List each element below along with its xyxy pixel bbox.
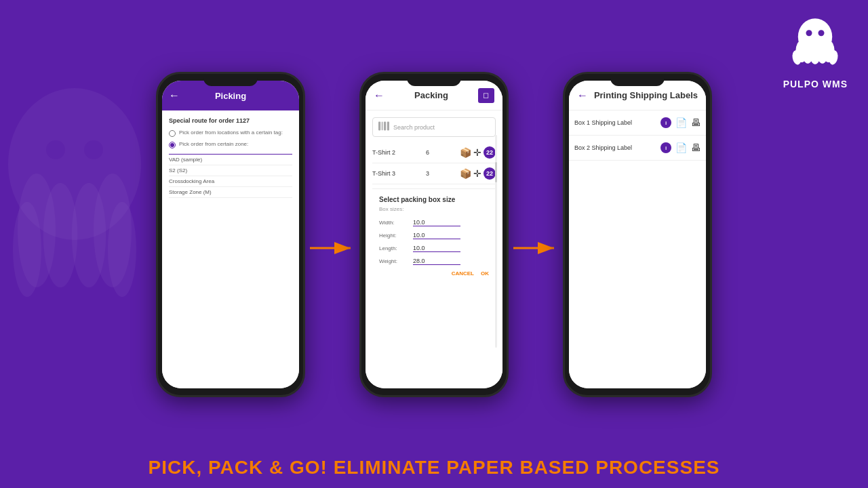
label-width: Width: xyxy=(379,220,408,226)
file-icon-2[interactable]: 📄 xyxy=(675,142,687,153)
option2-label: Pick order from certain zone: xyxy=(179,141,248,147)
product-actions-2: 📦 ✛ 22 xyxy=(460,167,496,180)
logo-text: PULPO WMS xyxy=(783,79,848,89)
main-content: PULPO WMS ← Picking Special route for or… xyxy=(0,0,868,488)
printing-body: Box 1 Shipping Label i 📄 🖶 Box 2 Shippin… xyxy=(569,110,706,388)
printing-title: Printing Shipping Labels xyxy=(594,90,698,100)
modal-title: Select packing box size xyxy=(379,196,489,203)
back-arrow-icon[interactable]: ← xyxy=(169,89,180,102)
label-icons-1: i 📄 🖶 xyxy=(660,117,701,128)
zone-item-1: VAD (sample) xyxy=(169,155,292,165)
input-width[interactable] xyxy=(413,219,460,226)
zone-item-4: Storage Zone (M) xyxy=(169,187,292,198)
svg-point-15 xyxy=(806,30,812,36)
print-icon-2[interactable]: 🖶 xyxy=(691,142,701,153)
label-height: Height: xyxy=(379,232,408,239)
cancel-button[interactable]: CANCEL xyxy=(452,270,474,277)
back-arrow-packing-icon[interactable]: ← xyxy=(374,89,384,102)
phone-printing: ← Printing Shipping Labels Box 1 Shippin… xyxy=(563,72,712,397)
product-qty-1: 6 xyxy=(426,149,429,156)
scrollbar-thumb xyxy=(495,162,497,182)
print-icon-1[interactable]: 🖶 xyxy=(691,117,701,128)
info-icon-2[interactable]: i xyxy=(660,142,671,153)
field-height: Height: xyxy=(379,232,489,239)
special-route-label: Special route for order 1127 xyxy=(169,117,292,124)
phone-screen-packing: ← Packing ◻ xyxy=(366,81,502,388)
zone-item-3: Crossdocking Area xyxy=(169,176,292,187)
option1-radio[interactable] xyxy=(169,130,176,137)
field-width: Width: xyxy=(379,219,489,226)
picking-zones: VAD (sample) S2 (S2) Crossdocking Area S… xyxy=(169,154,292,198)
box-icon-1[interactable]: 📦 xyxy=(460,147,471,158)
product-qty-2: 3 xyxy=(426,170,429,177)
search-bar[interactable]: Search product xyxy=(372,117,496,137)
product-row-2: T-Shirt 3 3 📦 ✛ 22 xyxy=(372,163,496,184)
ok-button[interactable]: OK xyxy=(481,270,489,277)
picking-option-2: Pick order from certain zone: xyxy=(169,141,292,148)
label-row-1: Box 1 Shipping Label i 📄 🖶 xyxy=(569,110,706,136)
qty-badge-2[interactable]: 22 xyxy=(484,167,496,180)
input-length[interactable] xyxy=(413,245,460,252)
input-weight[interactable] xyxy=(413,258,460,265)
phone-notch-2 xyxy=(407,74,461,86)
phone-notch-1 xyxy=(203,74,258,86)
info-icon-1[interactable]: i xyxy=(660,117,671,128)
modal-subtitle: Box sizes: xyxy=(379,206,489,212)
pulpo-logo-icon xyxy=(785,14,846,75)
arrow-1 xyxy=(305,228,359,268)
arrow-2-svg xyxy=(512,235,559,262)
file-icon-1[interactable]: 📄 xyxy=(675,117,687,128)
qty-badge-1[interactable]: 22 xyxy=(484,146,496,159)
input-height[interactable] xyxy=(413,232,460,239)
product-row-1: T-Shirt 2 6 📦 ✛ 22 xyxy=(372,142,496,163)
product-name-2: T-Shirt 3 xyxy=(372,170,395,177)
logo-area: PULPO WMS xyxy=(783,14,848,89)
label-text-2: Box 2 Shipping Label xyxy=(574,144,632,151)
picking-body: Special route for order 1127 Pick order … xyxy=(162,110,299,388)
zone-item-2: S2 (S2) xyxy=(169,165,292,176)
phone-screen-printing: ← Printing Shipping Labels Box 1 Shippin… xyxy=(569,81,706,388)
packing-box-icon[interactable]: ◻ xyxy=(478,88,494,103)
field-weight: Weight: xyxy=(379,258,489,265)
tagline: PICK, PACK & GO! ELIMINATE PAPER BASED P… xyxy=(0,449,868,488)
modal-actions: CANCEL OK xyxy=(379,270,489,277)
packing-title: Packing xyxy=(414,90,448,100)
box-icon-2[interactable]: 📦 xyxy=(460,168,471,179)
picking-option-1: Pick order from locations with a certain… xyxy=(169,129,292,137)
product-name-1: T-Shirt 2 xyxy=(372,149,395,156)
phones-row: ← Picking Special route for order 1127 P… xyxy=(156,20,712,449)
picking-title: Picking xyxy=(215,91,246,101)
split-icon-1[interactable]: ✛ xyxy=(473,147,481,158)
packing-body: Search product T-Shirt 2 6 📦 ✛ 22 T-Shi xyxy=(366,110,502,388)
phone-picking: ← Picking Special route for order 1127 P… xyxy=(156,72,305,397)
svg-point-16 xyxy=(818,30,825,36)
split-icon-2[interactable]: ✛ xyxy=(473,168,481,179)
phone-packing: ← Packing ◻ xyxy=(359,72,509,397)
option1-label: Pick order from locations with a certain… xyxy=(179,129,283,136)
svg-rect-21 xyxy=(378,122,380,131)
svg-rect-23 xyxy=(384,122,386,131)
arrow-2 xyxy=(509,228,563,268)
phone-screen-picking: ← Picking Special route for order 1127 P… xyxy=(162,81,299,388)
product-actions-1: 📦 ✛ 22 xyxy=(460,146,496,159)
svg-rect-22 xyxy=(382,122,383,131)
arrow-1-svg xyxy=(309,235,356,262)
label-length: Length: xyxy=(379,245,408,251)
search-placeholder-text: Search product xyxy=(393,124,435,131)
label-weight: Weight: xyxy=(379,258,408,264)
search-icon xyxy=(378,121,389,133)
back-arrow-printing-icon[interactable]: ← xyxy=(577,89,588,102)
packing-modal: Select packing box size Box sizes: Width… xyxy=(372,188,496,283)
field-length: Length: xyxy=(379,245,489,252)
svg-rect-24 xyxy=(387,122,389,131)
scrollbar-track xyxy=(495,135,497,348)
label-row-2: Box 2 Shipping Label i 📄 🖶 xyxy=(569,136,706,161)
phone-notch-3 xyxy=(610,74,665,86)
option2-radio[interactable] xyxy=(169,142,176,148)
label-icons-2: i 📄 🖶 xyxy=(660,142,701,153)
label-text-1: Box 1 Shipping Label xyxy=(574,119,632,126)
